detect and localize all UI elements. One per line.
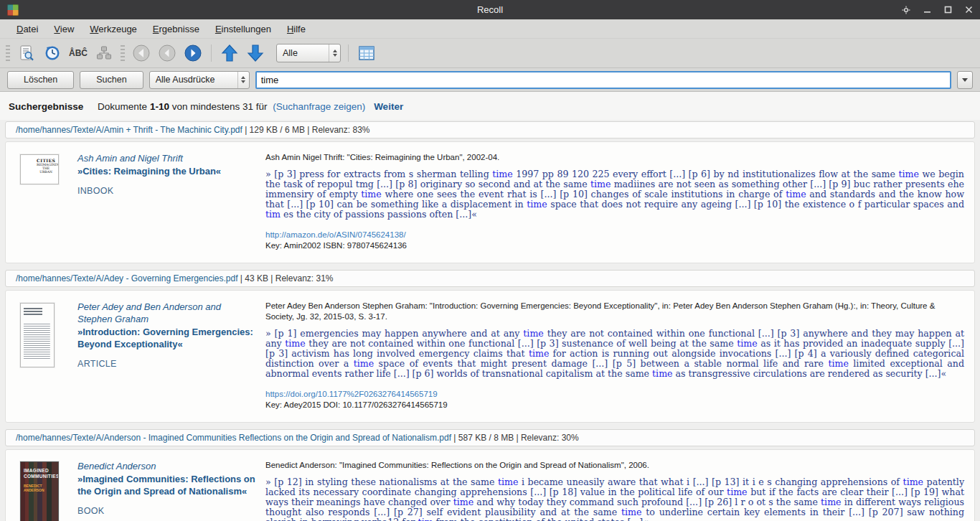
next-result-down-icon[interactable] [245, 42, 266, 64]
result-title: »Introduction: Governing Emergencies: Be… [77, 326, 255, 350]
result-card: Peter Adey and Ben Anderson and Stephen … [5, 290, 975, 423]
previous-result-up-icon[interactable] [219, 42, 240, 64]
result-thumbnail-column: CITIESREIMAGINING THE URBAN [20, 152, 77, 251]
thumbnail-subtitle-text: REIMAGINING THE URBAN [37, 163, 59, 174]
result-path-link[interactable]: /home/hannes/Texte/A/Amin + Thrift - The… [16, 125, 242, 135]
results-title: Suchergebnisse [9, 101, 83, 112]
result-path-row: /home/hannes/Texte/A/Amin + Thrift - The… [5, 121, 975, 139]
document-thumbnail[interactable]: CITIESREIMAGINING THE URBAN [20, 154, 59, 184]
window-controls [902, 6, 973, 14]
chevron-down-icon [962, 78, 968, 82]
result-url-link[interactable]: https://doi.org/10.1177%2F02632764145657… [265, 389, 438, 400]
thumbnail-title-text: IMAGINED COMMUNITIES [24, 468, 59, 479]
settings-icon[interactable] [902, 6, 910, 14]
result-url-link[interactable]: http://amazon.de/o/ASIN/0745624138/ [265, 230, 406, 240]
menu-view[interactable]: View [47, 21, 80, 37]
result-authors: Ash Amin and Nigel Thrift [77, 152, 255, 164]
result-summary-column: Benedict Anderson »Imagined Communities:… [77, 460, 265, 521]
toolbar-separator [211, 44, 212, 62]
result-snippet: » [p 3] press for extracts from s sherma… [265, 169, 964, 220]
recoll-app-icon [7, 4, 19, 16]
toolbar: ÅBĈ [0, 39, 980, 68]
spinner-arrows-icon[interactable] [329, 44, 340, 62]
toolbar-grip [121, 45, 125, 61]
menu-werkzeuge[interactable]: Werkzeuge [83, 21, 143, 37]
menu-ergebnisse[interactable]: Ergebnisse [146, 21, 206, 37]
result-thumbnail-column [20, 301, 77, 410]
spinner-arrows-icon[interactable] [237, 72, 249, 88]
search-history-dropdown-button[interactable] [957, 71, 973, 89]
result-doctype: BOOK [77, 506, 255, 516]
sort-parameters-icon[interactable] [93, 42, 115, 64]
first-page-icon[interactable] [131, 42, 152, 64]
result-citation: Peter Adey Ben Anderson Stephen Graham: … [265, 301, 964, 322]
menubar: Datei View Werkzeuge Ergebnisse Einstell… [0, 19, 980, 39]
result-thumbnail-column: IMAGINED COMMUNITIES BENEDICT ANDERSON [20, 460, 77, 521]
thumbnail-author-text: BENEDICT ANDERSON [24, 484, 58, 492]
result-card: CITIESREIMAGINING THE URBAN Ash Amin and… [5, 141, 975, 263]
previous-page-icon[interactable] [156, 42, 178, 64]
term-explorer-abc-icon[interactable]: ÅBĈ [67, 42, 89, 64]
result-doctype: INBOOK [77, 186, 255, 196]
result-doctype: ARTICLE [77, 359, 255, 369]
results-header: Suchergebnisse Dokumente 1-10 von mindes… [0, 92, 980, 120]
docs-label: Dokumente [98, 101, 147, 112]
clear-button[interactable]: Löschen [7, 71, 74, 89]
result-meta: | 129 KB / 6 MB | Relevanz: 83% [242, 125, 370, 135]
result-key: Key: Adey2015 DOI: 10.1177/0263276414565… [265, 400, 964, 410]
preview-document-icon[interactable] [16, 42, 37, 64]
table-view-icon[interactable] [356, 42, 377, 64]
result-path-link[interactable]: /home/hannes/Texte/A/Adey - Governing Em… [16, 273, 238, 283]
maximize-icon[interactable] [944, 6, 952, 14]
window-title: Recoll [0, 4, 980, 15]
result-citation: Ash Amin Nigel Thrift: "Cities: Reimagin… [265, 152, 964, 163]
result-detail-column: Peter Adey Ben Anderson Stephen Graham: … [265, 301, 967, 410]
category-filter-select[interactable]: Alle [276, 44, 341, 62]
docs-range: 1-10 [150, 101, 169, 112]
menu-datei[interactable]: Datei [10, 21, 44, 37]
result-key: Key: Amin2002 ISBN: 9780745624136 [265, 240, 964, 251]
result-meta: | 43 KB | Relevanz: 31% [238, 273, 334, 283]
result-summary-column: Peter Adey and Ben Anderson and Stephen … [77, 301, 265, 410]
result-path-row: /home/hannes/Texte/A/Adey - Governing Em… [5, 270, 975, 287]
close-icon[interactable] [965, 6, 973, 14]
search-mode-select[interactable]: Alle Ausdrücke [149, 71, 250, 89]
result-detail-column: Benedict Anderson: "Imagined Communities… [265, 460, 967, 521]
result-title: »Imagined Communities: Reflections on th… [77, 473, 255, 497]
search-mode-value: Alle Ausdrücke [150, 75, 237, 85]
result-citation: Benedict Anderson: "Imagined Communities… [265, 460, 964, 471]
result-snippet: » [p 1] emergencies may happen anywhere … [265, 329, 964, 379]
show-query-link[interactable]: (Suchanfrage zeigen) [273, 101, 365, 112]
document-thumbnail[interactable] [20, 303, 55, 367]
result-authors: Peter Adey and Ben Anderson and Stephen … [77, 301, 255, 325]
search-button[interactable]: Suchen [80, 71, 143, 89]
next-page-icon[interactable] [182, 42, 204, 64]
thumbnail-title-text: CITIES [37, 158, 55, 163]
result-authors: Benedict Anderson [77, 460, 255, 472]
history-clock-icon[interactable] [42, 42, 63, 64]
toolbar-separator [348, 44, 349, 62]
next-page-link[interactable]: Weiter [374, 101, 403, 112]
toolbar-grip [6, 45, 10, 61]
result-meta: | 587 KB / 8 MB | Relevanz: 30% [451, 433, 579, 443]
results-area: Suchergebnisse Dokumente 1-10 von mindes… [0, 92, 980, 521]
titlebar: Recoll [0, 0, 980, 19]
result-path-row: /home/hannes/Texte/A/Anderson - Imagined… [5, 429, 975, 446]
search-input[interactable] [255, 71, 951, 89]
result-card: IMAGINED COMMUNITIES BENEDICT ANDERSON B… [5, 449, 975, 521]
menu-hilfe[interactable]: Hilfe [281, 21, 312, 37]
result-path-link[interactable]: /home/hannes/Texte/A/Anderson - Imagined… [16, 433, 451, 443]
docs-count-text: von mindestens 31 für [172, 101, 268, 112]
result-title: »Cities: Reimagining the Urban« [77, 165, 255, 177]
search-bar: Löschen Suchen Alle Ausdrücke [0, 68, 980, 92]
menu-einstellungen[interactable]: Einstellungen [209, 21, 278, 37]
document-thumbnail[interactable]: IMAGINED COMMUNITIES BENEDICT ANDERSON [20, 461, 59, 521]
minimize-icon[interactable] [923, 6, 931, 14]
category-filter-value: Alle [277, 48, 329, 58]
result-snippet: » [p 12] in styling these nationalisms a… [265, 477, 964, 521]
result-summary-column: Ash Amin and Nigel Thrift »Cities: Reima… [77, 152, 265, 251]
result-detail-column: Ash Amin Nigel Thrift: "Cities: Reimagin… [265, 152, 967, 251]
